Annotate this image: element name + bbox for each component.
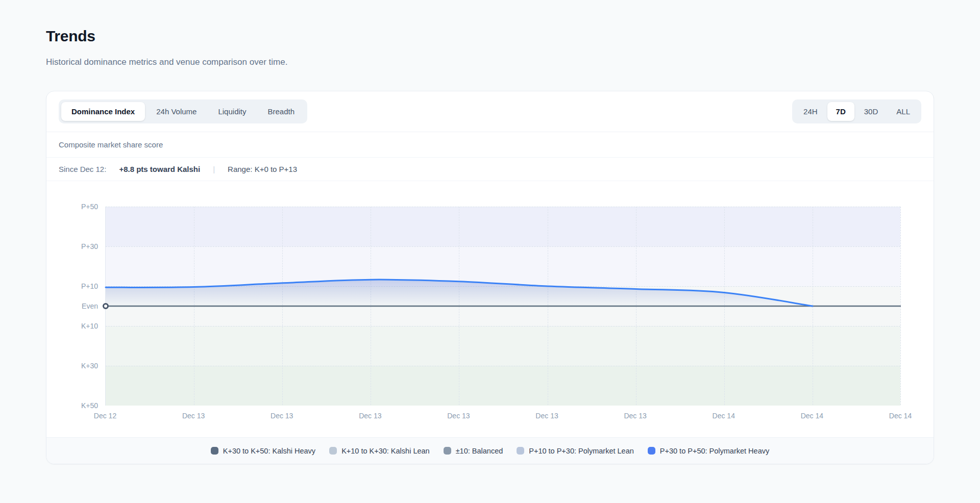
- x-axis-label-2: Dec 13: [271, 412, 293, 420]
- y-axis-label-p-10: P+10: [46, 282, 98, 290]
- tab-liquidity[interactable]: Liquidity: [208, 102, 256, 121]
- legend-label: K+30 to K+50: Kalshi Heavy: [223, 447, 315, 455]
- legend-label: K+10 to K+30: Kalshi Lean: [341, 447, 430, 455]
- page-subtitle: Historical dominance metrics and venue c…: [46, 57, 287, 67]
- x-axis-label-7: Dec 14: [713, 412, 735, 420]
- legend-item-kalshi-heavy: K+30 to K+50: Kalshi Heavy: [211, 447, 315, 455]
- stat-row: Since Dec 12: +8.8 pts toward Kalshi | R…: [46, 158, 934, 181]
- page-title: Trends: [46, 28, 95, 45]
- stat-since-label: Since Dec 12:: [59, 165, 106, 173]
- x-axis-label-8: Dec 14: [801, 412, 823, 420]
- y-axis-label-p-30: P+30: [46, 242, 98, 250]
- tab-breadth[interactable]: Breadth: [257, 102, 305, 121]
- x-axis-label-5: Dec 13: [535, 412, 558, 420]
- metric-tab-bar: Dominance Index24h VolumeLiquidityBreadt…: [59, 99, 307, 123]
- range-24h[interactable]: 24H: [795, 102, 826, 121]
- chart-description: Composite market share score: [59, 140, 163, 149]
- tab-dominance-index[interactable]: Dominance Index: [61, 102, 145, 121]
- stat-change-value: +8.8 pts toward Kalshi: [119, 165, 200, 173]
- x-axis-label-1: Dec 13: [182, 412, 205, 420]
- legend-label: ±10: Balanced: [456, 447, 503, 455]
- y-axis-label-p-50: P+50: [46, 203, 98, 211]
- range-7d[interactable]: 7D: [827, 102, 854, 121]
- legend-swatch-icon: [648, 447, 655, 455]
- x-axis-label-3: Dec 13: [359, 412, 381, 420]
- legend-item-polymarket-lean: P+10 to P+30: Polymarket Lean: [517, 447, 634, 455]
- chart-description-row: Composite market share score: [46, 132, 934, 158]
- y-axis-label-k-10: K+10: [46, 322, 98, 330]
- legend-swatch-icon: [444, 447, 451, 455]
- y-axis-label-even: Even: [46, 302, 98, 310]
- chart-legend: K+30 to K+50: Kalshi HeavyK+10 to K+30: …: [46, 437, 934, 464]
- baseline-start-marker: [104, 304, 108, 309]
- plot-area: [105, 207, 900, 406]
- legend-item-polymarket-heavy: P+30 to P+50: Polymarket Heavy: [648, 447, 769, 455]
- time-range-bar: 24H7D30DALL: [792, 99, 921, 123]
- x-axis-label-4: Dec 13: [447, 412, 470, 420]
- chart-canvas: [106, 207, 901, 406]
- dominance-index-chart: P+50P+30P+10EvenK+10K+30K+50Dec 12Dec 13…: [46, 181, 934, 438]
- x-axis-label-9: Dec 14: [889, 412, 912, 420]
- legend-swatch-icon: [329, 447, 337, 455]
- y-axis-label-k-30: K+30: [46, 362, 98, 370]
- y-axis-label-k-50: K+50: [46, 401, 98, 410]
- legend-swatch-icon: [211, 447, 218, 455]
- legend-label: P+10 to P+30: Polymarket Lean: [529, 447, 634, 455]
- x-axis-label-6: Dec 13: [624, 412, 646, 420]
- stat-range-value: Range: K+0 to P+13: [228, 165, 297, 173]
- legend-item-kalshi-lean: K+10 to K+30: Kalshi Lean: [329, 447, 430, 455]
- x-axis-label-0: Dec 12: [94, 412, 116, 420]
- legend-swatch-icon: [517, 447, 524, 455]
- panel-header: Dominance Index24h VolumeLiquidityBreadt…: [46, 91, 934, 132]
- dominance-area-fill: [106, 280, 813, 306]
- stat-separator: |: [213, 165, 215, 173]
- legend-item-balanced: ±10: Balanced: [444, 447, 503, 455]
- range-all[interactable]: ALL: [888, 102, 919, 121]
- tab-24h-volume[interactable]: 24h Volume: [146, 102, 207, 121]
- trends-page: Trends Historical dominance metrics and …: [0, 0, 980, 503]
- legend-label: P+30 to P+50: Polymarket Heavy: [660, 447, 769, 455]
- range-30d[interactable]: 30D: [855, 102, 887, 121]
- trends-panel: Dominance Index24h VolumeLiquidityBreadt…: [46, 91, 934, 464]
